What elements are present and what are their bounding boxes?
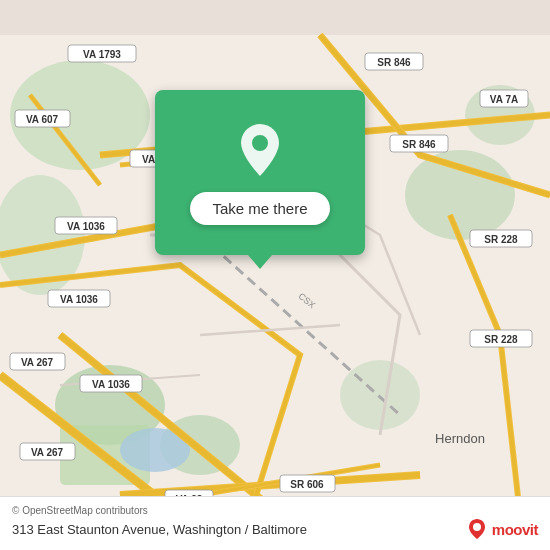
svg-text:VA 1036: VA 1036 [60,294,98,305]
svg-text:VA 1036: VA 1036 [92,379,130,390]
svg-text:Herndon: Herndon [435,431,485,446]
address-row: 313 East Staunton Avenue, Washington / B… [12,518,538,540]
svg-text:SR 228: SR 228 [484,234,518,245]
svg-point-43 [473,523,481,531]
svg-text:SR 846: SR 846 [377,57,411,68]
location-pin-icon [236,122,284,178]
svg-text:SR 606: SR 606 [290,479,324,490]
map-container: VA 1793 VA 607 VA 1582 VA 1036 VA 1036 V… [0,0,550,550]
svg-text:VA 267: VA 267 [21,357,54,368]
address-text: 313 East Staunton Avenue, Washington / B… [12,522,307,537]
svg-text:VA 607: VA 607 [26,114,59,125]
popup-card: Take me there [155,90,365,255]
moovit-icon [466,518,488,540]
svg-point-42 [252,135,268,151]
location-icon-wrapper [230,120,290,180]
svg-text:VA 7A: VA 7A [490,94,518,105]
svg-text:SR 846: SR 846 [402,139,436,150]
info-bar: © OpenStreetMap contributors 313 East St… [0,496,550,550]
moovit-text: moovit [492,521,538,538]
moovit-logo: moovit [466,518,538,540]
svg-text:VA 1793: VA 1793 [83,49,121,60]
svg-text:VA 267: VA 267 [31,447,64,458]
take-me-there-button[interactable]: Take me there [190,192,329,225]
copyright-text: © OpenStreetMap contributors [12,505,538,516]
svg-text:SR 228: SR 228 [484,334,518,345]
map-background: VA 1793 VA 607 VA 1582 VA 1036 VA 1036 V… [0,0,550,550]
svg-text:VA 1036: VA 1036 [67,221,105,232]
svg-point-6 [405,150,515,240]
